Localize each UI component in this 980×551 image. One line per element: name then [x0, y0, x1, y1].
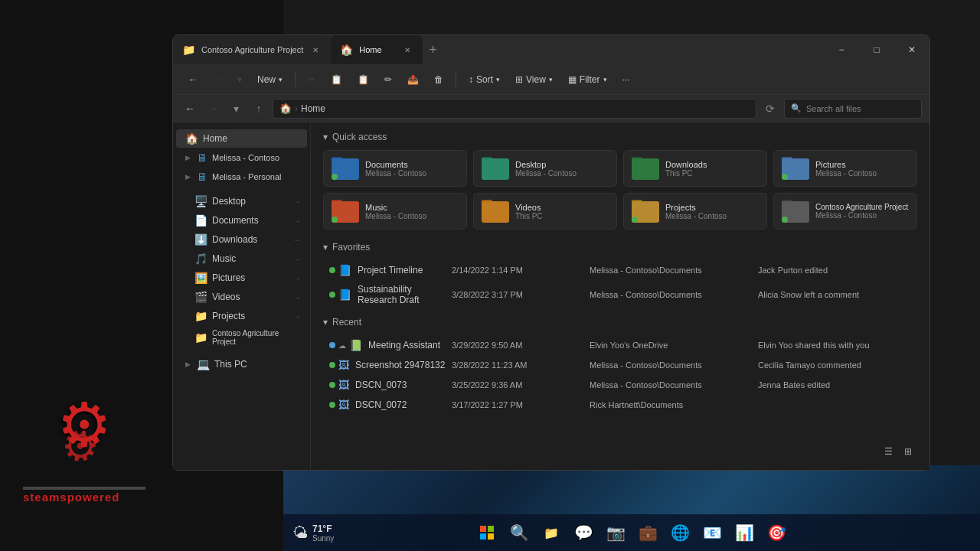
sidebar-downloads-label: Downloads [212, 234, 257, 245]
chevron-icon: ▶ [185, 154, 191, 161]
recent-activity-3: Jenna Bates edited [758, 380, 911, 390]
delete-btn[interactable]: 🗑 [428, 71, 449, 88]
forward-btn[interactable]: → [207, 71, 228, 88]
tab2-close-btn[interactable]: ✕ [401, 44, 413, 56]
sidebar-item-contoso-ag[interactable]: 📁 Contoso Agriculture Project [176, 326, 307, 349]
taskview-btn[interactable]: 📁 [536, 517, 567, 548]
view-btn[interactable]: ⊞ View ▾ [509, 71, 559, 88]
close-btn[interactable]: ✕ [894, 35, 929, 64]
new-btn[interactable]: New ▾ [251, 71, 289, 88]
qa-item-info-projects: Projects Melissa - Contoso [665, 203, 727, 220]
qa-item-downloads[interactable]: Downloads This PC [623, 150, 767, 187]
img-icon-2: 🖼 [338, 379, 349, 391]
recent-row-dscn0072[interactable]: 🖼 DSCN_0072 3/17/2022 1:27 PM Rick Hartn… [323, 395, 917, 415]
qa-item-projects[interactable]: Projects Melissa - Contoso [623, 193, 767, 230]
tab-contoso-agriculture[interactable]: 📁 Contoso Agriculture Project ✕ [173, 35, 331, 64]
sidebar-item-music[interactable]: 🎵 Music → [176, 249, 307, 268]
fav-date-2: 3/28/2022 3:17 PM [452, 290, 590, 299]
back-btn[interactable]: ← [182, 71, 204, 88]
recent-locations-btn[interactable]: ▾ [231, 71, 248, 88]
qa-item-info-pictures: Pictures Melissa - Contoso [815, 160, 877, 178]
sidebar-item-desktop[interactable]: 🖥️ Desktop → [176, 192, 307, 210]
quick-access-header[interactable]: ▾ Quick access [323, 132, 917, 142]
qa-item-videos[interactable]: Videos This PC [473, 193, 617, 230]
pin-icon-6: → [293, 293, 301, 302]
favorites-header[interactable]: ▾ Favorites [323, 242, 917, 253]
paste-btn[interactable]: 📋 [351, 71, 375, 88]
sort-btn[interactable]: ↕ Sort ▾ [462, 71, 506, 88]
recent-nav-btn[interactable]: ▾ [227, 99, 245, 118]
up-nav-btn[interactable]: ↑ [250, 99, 268, 118]
sidebar-desktop-label: Desktop [212, 196, 246, 207]
breadcrumb[interactable]: 🏠 › Home [273, 99, 756, 119]
melissa-personal-icon: 🖥 [197, 171, 207, 183]
more-btn[interactable]: ··· [616, 71, 636, 88]
divider [23, 487, 145, 490]
excel-btn[interactable]: 📊 [729, 517, 760, 548]
search-btn[interactable]: 🔍 [504, 517, 534, 548]
this-pc-chevron-icon: ▶ [185, 360, 191, 368]
tab-home[interactable]: 🏠 Home ✕ [331, 35, 423, 64]
recent-header[interactable]: ▾ Recent [323, 317, 917, 328]
qa-sub-music: Melissa - Contoso [365, 212, 426, 220]
fav-row-sustainability[interactable]: 📘 Sustainability Research Draft 3/28/202… [323, 280, 917, 309]
svg-rect-2 [480, 533, 486, 540]
breadcrumb-home-icon: 🏠 [279, 103, 292, 114]
sidebar-item-melissa-personal[interactable]: ▶ 🖥 Melissa - Personal [176, 168, 307, 186]
share-btn[interactable]: 📤 [401, 71, 425, 88]
back-nav-btn[interactable]: ← [181, 99, 199, 118]
fav-date-1: 2/14/2022 1:14 PM [452, 266, 590, 275]
chat-btn[interactable]: 💬 [568, 517, 599, 548]
forward-nav-btn[interactable]: → [204, 99, 222, 118]
qa-item-contoso-ag[interactable]: Contoso Agriculture Project Melissa - Co… [773, 193, 917, 230]
window-controls: − □ ✕ [824, 35, 929, 64]
favorites-chevron-icon: ▾ [323, 242, 328, 253]
sidebar-item-documents[interactable]: 📄 Documents → [176, 211, 307, 230]
qa-item-documents[interactable]: Documents Melissa - Contoso [323, 150, 467, 187]
list-view-btn[interactable]: ☰ [879, 442, 897, 461]
mail-btn[interactable]: 📧 [697, 517, 727, 548]
sidebar-documents-label: Documents [212, 215, 259, 226]
sidebar-item-downloads[interactable]: ⬇️ Downloads → [176, 230, 307, 249]
quick-access-grid: Documents Melissa - Contoso Desktop Meli… [323, 150, 917, 230]
recent-file-name-1: Meeting Assistant [368, 340, 440, 350]
sidebar-item-projects[interactable]: 📁 Projects → [176, 307, 307, 325]
grid-view-btn[interactable]: ⊞ [899, 442, 917, 461]
qa-item-desktop[interactable]: Desktop Melissa - Contoso [473, 150, 617, 187]
copy-btn[interactable]: 📋 [325, 71, 348, 88]
maximize-btn[interactable]: □ [859, 35, 894, 64]
new-tab-btn[interactable]: + [423, 35, 443, 64]
start-btn[interactable] [472, 517, 502, 548]
sidebar-item-videos[interactable]: 🎬 Videos → [176, 288, 307, 306]
fav-location-2: Melissa - Contoso\Documents [590, 290, 758, 299]
qa-item-music[interactable]: Music Melissa - Contoso [323, 193, 467, 230]
qa-folder-icon-desktop [482, 157, 509, 180]
rename-btn[interactable]: ✏ [378, 71, 398, 88]
edge-btn[interactable]: 🌐 [665, 517, 695, 548]
recent-row-screenshot[interactable]: 🖼 Screenshot 29478132 3/28/2022 11:23 AM… [323, 355, 917, 375]
tab1-close-btn[interactable]: ✕ [309, 44, 322, 56]
online-dot-documents [332, 174, 338, 180]
filter-btn[interactable]: ▦ Filter ▾ [562, 71, 613, 88]
photos-btn[interactable]: 📷 [600, 517, 631, 548]
recent-chevron-icon: ▾ [323, 317, 328, 328]
minimize-btn[interactable]: − [824, 35, 859, 64]
qa-item-pictures[interactable]: Pictures Melissa - Contoso [773, 150, 917, 187]
search-box[interactable]: 🔍 Search all files [784, 99, 922, 119]
recent-row-dscn0073[interactable]: 🖼 DSCN_0073 3/25/2022 9:36 AM Melissa - … [323, 375, 917, 395]
online-dot-projects [632, 217, 638, 223]
fav-row-project-timeline[interactable]: 📘 Project Timeline 2/14/2022 1:14 PM Mel… [323, 260, 917, 280]
sidebar-item-pictures[interactable]: 🖼️ Pictures → [176, 269, 307, 287]
sidebar-item-melissa-contoso[interactable]: ▶ 🖥 Melissa - Contoso [176, 148, 307, 167]
cut-btn[interactable]: ✂ [302, 71, 322, 88]
sidebar-item-this-pc[interactable]: ▶ 💻 This PC [176, 355, 307, 373]
teams-btn[interactable]: 🎯 [761, 517, 792, 548]
briefcase-btn[interactable]: 💼 [632, 517, 663, 548]
steam-brand-text: steamspowered [23, 491, 119, 504]
taskbar: 🌤 71°F Sunny 🔍 📁 💬 📷 💼 🌐 📧 📊 🎯 [283, 514, 980, 551]
sidebar-item-home[interactable]: 🏠 Home [176, 129, 307, 148]
recent-row-meeting-assistant[interactable]: ☁ 📗 Meeting Assistant 3/29/2022 9:50 AM … [323, 335, 917, 355]
recent-date-2: 3/28/2022 11:23 AM [452, 360, 590, 370]
qa-name-videos: Videos [515, 203, 543, 212]
refresh-btn[interactable]: ⟳ [761, 99, 779, 118]
